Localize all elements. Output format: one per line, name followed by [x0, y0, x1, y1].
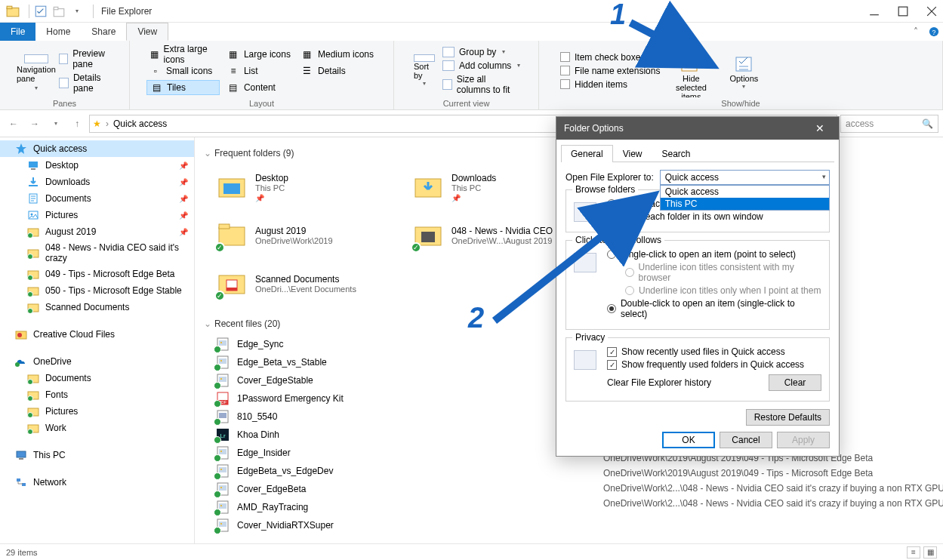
sidebar-item-label: August 2019 — [45, 226, 96, 237]
navigation-sidebar: Quick access Desktop📌Downloads📌Documents… — [0, 137, 195, 543]
frequent-folder-tile[interactable]: ✓August 2019OneDrive\Work\2019 — [216, 213, 397, 258]
tab-view[interactable]: View — [126, 23, 168, 41]
open-explorer-to-select[interactable]: Quick access ▾ Quick access This PC — [660, 170, 830, 185]
layout-large-icons[interactable]: ▦Large icons — [224, 47, 294, 62]
view-details-toggle-icon[interactable]: ≡ — [907, 546, 920, 558]
sidebar-item[interactable]: Fonts — [0, 386, 194, 403]
sidebar-item[interactable]: 050 - Tips - Microsoft Edge Stable — [0, 282, 194, 299]
svg-point-19 — [28, 233, 33, 238]
sidebar-onedrive[interactable]: OneDrive — [0, 353, 194, 370]
sidebar-item[interactable]: Work — [0, 420, 194, 436]
up-button[interactable]: ↑ — [68, 115, 86, 133]
add-columns-button[interactable]: Add columns▾ — [442, 60, 522, 71]
dialog-close-button[interactable]: ✕ — [809, 122, 831, 134]
recent-file-name: 810_5540 — [237, 411, 277, 422]
sidebar-creative-cloud[interactable]: Creative Cloud Files — [0, 326, 194, 343]
sidebar-item[interactable]: Pictures — [0, 403, 194, 420]
minimize-button[interactable] — [869, 6, 880, 17]
sidebar-item[interactable]: Scanned Documents — [0, 299, 194, 315]
dialog-tab-view[interactable]: View — [613, 145, 652, 162]
item-check-boxes-toggle[interactable]: Item check boxes — [560, 52, 660, 63]
view-thumbnails-toggle-icon[interactable]: ▦ — [923, 546, 937, 558]
tab-home[interactable]: Home — [35, 23, 81, 41]
dropdown-option-quick-access[interactable]: Quick access — [661, 186, 829, 198]
options-button[interactable]: Options ▾ — [717, 50, 770, 91]
svg-rect-39 — [17, 451, 26, 457]
file-icon — [216, 518, 230, 532]
sidebar-quick-access[interactable]: Quick access — [0, 140, 194, 157]
sidebar-item[interactable]: Downloads📌 — [0, 174, 194, 190]
layout-tiles[interactable]: ▤Tiles — [146, 80, 220, 95]
sidebar-item[interactable]: Desktop📌 — [0, 157, 194, 174]
hidden-items-toggle[interactable]: Hidden items — [560, 79, 660, 90]
dialog-tab-search[interactable]: Search — [652, 145, 701, 162]
folder-options-dialog: Folder Options ✕ General View Search Ope… — [556, 116, 840, 457]
browse-folders-icon — [574, 202, 596, 222]
checkbox-privacy-frequent[interactable]: Show frequently used folders in Quick ac… — [607, 359, 821, 370]
details-pane-button[interactable]: Details pane — [59, 72, 112, 94]
svg-point-25 — [28, 292, 33, 297]
radio-single-click[interactable]: Single-click to open an item (point to s… — [607, 249, 821, 260]
ribbon-collapse-icon[interactable]: ˄ — [907, 23, 925, 41]
layout-extra-large-icons[interactable]: ▦Extra large icons — [146, 47, 220, 62]
file-name-extensions-toggle[interactable]: File name extensions — [560, 66, 660, 76]
recent-file-path: OneDrive\Work\2...\048 - News - Nvidia C… — [596, 496, 943, 511]
clear-history-button[interactable]: Clear — [769, 374, 821, 391]
qat-newfolder-icon[interactable] — [52, 5, 66, 18]
svg-rect-57 — [219, 358, 227, 364]
sidebar-item[interactable]: Pictures📌 — [0, 207, 194, 223]
sort-by-button[interactable]: Sort by ▾ — [411, 50, 438, 91]
svg-point-77 — [220, 487, 222, 488]
help-icon[interactable]: ? — [925, 23, 943, 41]
dialog-ok-button[interactable]: OK — [662, 432, 715, 448]
layout-list[interactable]: ≡List — [224, 63, 294, 78]
browse-folders-legend: Browse folders — [572, 184, 638, 195]
svg-rect-79 — [219, 503, 227, 509]
dialog-tab-general[interactable]: General — [561, 145, 613, 162]
hide-selected-items-button[interactable]: Hide selected items — [664, 50, 717, 91]
dialog-titlebar[interactable]: Folder Options ✕ — [556, 117, 839, 140]
ribbon-tabs: File Home Share View ˄ ? — [0, 23, 943, 41]
sidebar-item[interactable]: Documents📌 — [0, 190, 194, 207]
checkbox-privacy-recent[interactable]: Show recently used files in Quick access — [607, 346, 821, 357]
preview-pane-button[interactable]: Preview pane — [59, 48, 112, 69]
qat-dropdown-icon[interactable]: ▾ — [70, 5, 84, 18]
status-bar: 29 items ≡ ▦ — [0, 543, 943, 560]
maximize-button[interactable] — [898, 6, 908, 17]
layout-content[interactable]: ▤Content — [224, 80, 294, 95]
recent-file-row[interactable]: Cover_NvidiaRTXSuper — [216, 516, 934, 534]
layout-details[interactable]: ☰Details — [298, 63, 377, 78]
back-button[interactable]: ← — [5, 115, 23, 133]
layout-small-icons[interactable]: ▫Small icons — [146, 63, 220, 78]
sync-badge-icon — [214, 454, 221, 462]
size-all-columns-button[interactable]: Size all columns to fit — [442, 74, 522, 95]
restore-defaults-button[interactable]: Restore Defaults — [746, 409, 830, 426]
tab-share[interactable]: Share — [81, 23, 126, 41]
sidebar-item[interactable]: 049 - Tips - Microsoft Edge Beta — [0, 266, 194, 282]
radio-double-click[interactable]: Double-click to open an item (single-cli… — [607, 298, 821, 319]
layout-medium-icons[interactable]: ▦Medium icons — [298, 47, 377, 62]
sidebar-item[interactable]: 048 - News - Nvidia CEO said it's crazy — [0, 240, 194, 266]
navigation-pane-button[interactable]: Navigation pane ▾ — [17, 50, 56, 91]
radio-underline-point: Underline icon titles only when I point … — [625, 285, 821, 296]
qat-properties-icon[interactable] — [34, 5, 48, 18]
forward-button[interactable]: → — [26, 115, 44, 133]
tab-file[interactable]: File — [0, 23, 35, 41]
search-box[interactable]: access 🔍 — [840, 115, 938, 133]
frequent-folder-tile[interactable]: DesktopThis PC📌 — [216, 165, 397, 210]
folder-icon: ✓ — [412, 220, 444, 251]
close-button[interactable] — [926, 6, 937, 17]
sidebar-network[interactable]: Network — [0, 474, 194, 491]
dropdown-option-this-pc[interactable]: This PC — [661, 198, 829, 210]
dialog-cancel-button[interactable]: Cancel — [720, 432, 772, 448]
group-by-button[interactable]: Group by▾ — [442, 47, 522, 57]
frequent-folder-tile[interactable]: ✓Scanned DocumentsOneDri...\Event Docume… — [216, 261, 397, 306]
sidebar-this-pc[interactable]: This PC — [0, 447, 194, 463]
svg-rect-40 — [19, 458, 23, 460]
sidebar-item[interactable]: August 2019📌 — [0, 223, 194, 240]
sidebar-item[interactable]: Documents — [0, 370, 194, 386]
dialog-apply-button[interactable]: Apply — [777, 432, 830, 448]
tile-location: This PC — [451, 183, 496, 192]
radio-own-window[interactable]: Open each folder in its own window — [607, 211, 821, 222]
recent-locations-button[interactable]: ▾ — [47, 115, 65, 133]
